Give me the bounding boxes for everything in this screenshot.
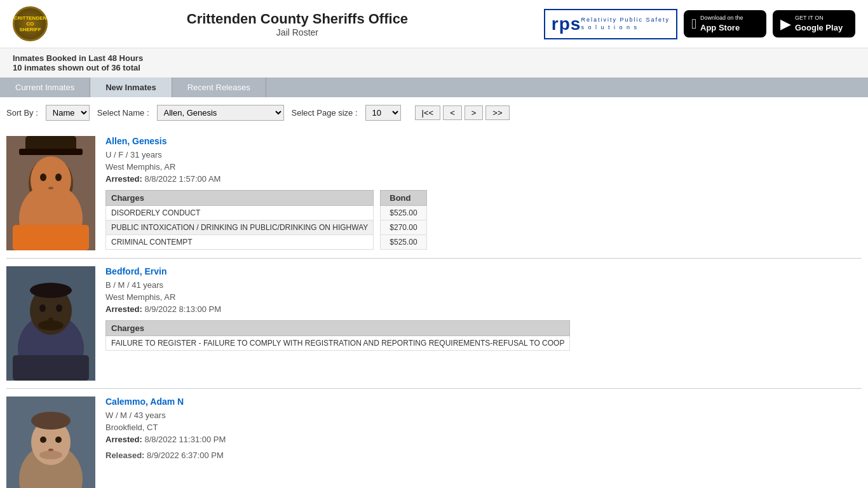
- charges-header: Charges: [106, 191, 374, 206]
- svg-point-6: [48, 187, 53, 189]
- apple-icon: : [691, 16, 696, 32]
- table-row: Allen, Genesis U / F / 31 years West Mem…: [6, 128, 862, 259]
- svg-point-18: [30, 283, 72, 298]
- table-row: $525.00: [381, 206, 426, 220]
- tab-recent-releases[interactable]: Recent Releases: [172, 78, 266, 97]
- svg-point-14: [56, 304, 62, 312]
- inmate-demographics-allen: U / F / 31 years: [105, 150, 862, 159]
- page-size-select[interactable]: 10 25 50 100: [365, 105, 401, 121]
- first-page-button[interactable]: |<<: [415, 105, 441, 120]
- inmate-list: Allen, Genesis U / F / 31 years West Mem…: [0, 128, 868, 488]
- inmate-photo-allen: [6, 136, 95, 250]
- mugshot-calemmo: [6, 396, 95, 488]
- svg-point-3: [31, 156, 71, 205]
- controls-bar: Sort By : Name Select Name : Allen, Gene…: [0, 97, 868, 128]
- svg-point-22: [40, 437, 46, 443]
- svg-rect-27: [32, 416, 70, 425]
- google-play-name: Google Play: [795, 22, 843, 34]
- svg-point-5: [55, 173, 62, 181]
- pagination-controls: |<< < > >>: [415, 105, 510, 120]
- prev-page-button[interactable]: <: [443, 105, 462, 120]
- charges-bond-wrap-allen: Charges DISORDERLY CONDUCT PUBLIC INTOXI…: [105, 190, 862, 250]
- rps-acronym: rps: [552, 14, 581, 34]
- bond-table-allen: Bond $525.00 $270.00 $525.00: [380, 190, 426, 250]
- next-page-button[interactable]: >: [465, 105, 484, 120]
- inmate-name-bedford[interactable]: Bedford, Ervin: [105, 266, 862, 276]
- inmate-info-bedford: Bedford, Ervin B / M / 41 years West Mem…: [105, 266, 862, 351]
- header-title-block: Crittenden County Sheriffs Office Jail R…: [187, 11, 408, 37]
- app-store-name: App Store: [700, 22, 743, 34]
- tab-new-inmates[interactable]: New Inmates: [90, 78, 172, 97]
- mugshot-bedford: [6, 266, 95, 381]
- header-right-block: rps Relativity Public Safety s o l u t i…: [544, 9, 855, 39]
- rps-logo: rps Relativity Public Safety s o l u t i…: [544, 9, 677, 39]
- page-subtitle: Jail Roster: [187, 27, 408, 37]
- page-header: CRITTENDEN COSHERIFF Crittenden County S…: [0, 0, 868, 48]
- subheader-line1: Inmates Booked in Last 48 Hours: [13, 53, 855, 63]
- svg-point-13: [39, 304, 46, 312]
- table-row: $270.00: [381, 220, 426, 235]
- inmate-arrested-bedford: Arrested: 8/9/2022 8:13:00 PM: [105, 304, 862, 314]
- table-row: Bedford, Ervin B / M / 41 years West Mem…: [6, 259, 862, 389]
- sheriff-badge: CRITTENDEN COSHERIFF: [13, 6, 48, 41]
- sheriff-badge-wrap: CRITTENDEN COSHERIFF: [13, 6, 51, 41]
- svg-point-4: [40, 173, 46, 181]
- charges-header: Charges: [106, 321, 570, 336]
- inmate-photo-bedford: [6, 266, 95, 381]
- svg-rect-17: [13, 355, 89, 381]
- google-play-label: GET IT ON: [795, 15, 824, 21]
- inmate-demographics-calemmo: W / M / 43 years: [105, 410, 862, 420]
- table-row: PUBLIC INTOXICATION / DRINKING IN PUBLIC…: [106, 220, 374, 235]
- inmate-arrested-calemmo: Arrested: 8/8/2022 11:31:00 PM: [105, 435, 862, 444]
- charges-table-allen: Charges DISORDERLY CONDUCT PUBLIC INTOXI…: [105, 190, 374, 250]
- inmate-location-allen: West Memphis, AR: [105, 162, 862, 172]
- name-select[interactable]: Allen, Genesis Bedford, Ervin Calemmo, A…: [157, 105, 284, 121]
- badge-text: CRITTENDEN COSHERIFF: [14, 15, 47, 32]
- table-row: DISORDERLY CONDUCT: [106, 206, 374, 220]
- inmate-location-calemmo: Brookfield, CT: [105, 423, 862, 432]
- charges-bond-wrap-bedford: Charges FAILURE TO REGISTER - FAILURE TO…: [105, 320, 862, 351]
- sort-by-label: Sort By :: [6, 108, 38, 118]
- bond-header: Bond: [381, 191, 426, 206]
- rps-full-name: Relativity Public Safety s o l u t i o n…: [581, 17, 670, 31]
- subheader: Inmates Booked in Last 48 Hours 10 inmat…: [0, 48, 868, 78]
- inmate-photo-calemmo: [6, 396, 95, 488]
- last-page-button[interactable]: >>: [485, 105, 509, 120]
- inmate-name-calemmo[interactable]: Calemmo, Adam N: [105, 396, 862, 407]
- sort-by-select[interactable]: Name: [46, 105, 90, 121]
- google-play-button[interactable]: ▶ GET IT ON Google Play: [773, 10, 855, 37]
- table-row: FAILURE TO REGISTER - FAILURE TO COMPLY …: [106, 336, 570, 351]
- tabs-bar: Current Inmates New Inmates Recent Relea…: [0, 78, 868, 97]
- table-row: CRIMINAL CONTEMPT: [106, 235, 374, 250]
- svg-rect-9: [13, 225, 89, 250]
- inmate-arrested-allen: Arrested: 8/8/2022 1:57:00 AM: [105, 174, 862, 184]
- page-size-label: Select Page size :: [292, 108, 358, 118]
- table-row: $525.00: [381, 235, 426, 250]
- svg-point-25: [39, 451, 62, 459]
- svg-point-23: [55, 437, 62, 443]
- inmate-info-calemmo: Calemmo, Adam N W / M / 43 years Brookfi…: [105, 396, 862, 461]
- select-name-label: Select Name :: [97, 108, 149, 118]
- inmate-location-bedford: West Memphis, AR: [105, 292, 862, 302]
- google-play-icon: ▶: [780, 16, 791, 32]
- inmate-info-allen: Allen, Genesis U / F / 31 years West Mem…: [105, 136, 862, 250]
- svg-point-16: [38, 320, 64, 330]
- page-title: Crittenden County Sheriffs Office: [187, 11, 408, 27]
- svg-point-15: [48, 318, 53, 320]
- inmate-demographics-bedford: B / M / 41 years: [105, 280, 862, 290]
- inmate-name-allen[interactable]: Allen, Genesis: [105, 136, 862, 146]
- svg-rect-8: [19, 149, 83, 155]
- tab-current-inmates[interactable]: Current Inmates: [0, 78, 90, 97]
- mugshot-allen: [6, 136, 95, 250]
- inmate-released-calemmo: Released: 8/9/2022 6:37:00 PM: [105, 451, 862, 460]
- app-store-label: Download on the: [700, 15, 743, 21]
- table-row: Calemmo, Adam N W / M / 43 years Brookfi…: [6, 389, 862, 488]
- charges-table-bedford: Charges FAILURE TO REGISTER - FAILURE TO…: [105, 320, 570, 351]
- app-store-button[interactable]:  Download on the App Store: [684, 10, 766, 37]
- subheader-line2: 10 inmates shown out of 36 total: [13, 63, 855, 72]
